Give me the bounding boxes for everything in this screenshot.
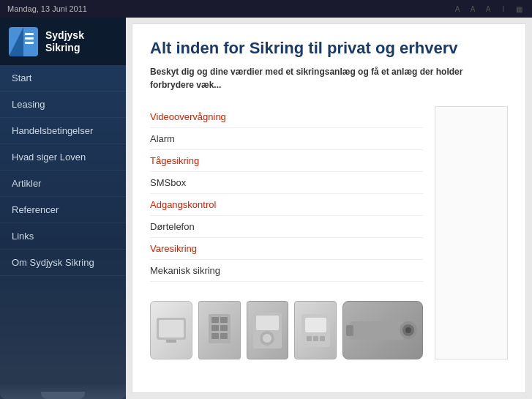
date-display: Mandag, 13 Juni 2011 xyxy=(7,4,87,13)
svg-rect-4 xyxy=(211,317,219,323)
link-videoovervaagning[interactable]: Videoovervågning xyxy=(150,106,423,128)
svg-rect-11 xyxy=(256,316,279,330)
toolbar-btn-1[interactable]: A xyxy=(452,3,463,15)
products-row xyxy=(150,294,423,359)
link-varesikring[interactable]: Varesikring xyxy=(150,238,423,260)
product-image-1 xyxy=(150,301,192,359)
link-adgangskontrol[interactable]: Adgangskontrol xyxy=(150,194,423,216)
product-image-2 xyxy=(198,301,241,359)
toolbar-btn-4[interactable]: I xyxy=(498,3,509,15)
sidebar-item-leasing[interactable]: Leasing xyxy=(0,92,126,118)
main-wrapper: Sydjysk Sikring Start Leasing Handelsbet… xyxy=(0,18,532,399)
page-subtext: Beskyt dig og dine værdier med et sikrin… xyxy=(150,65,508,92)
svg-rect-23 xyxy=(346,325,353,336)
svg-rect-1 xyxy=(159,320,184,338)
content-area: Alt inden for Sikring til privat og erhv… xyxy=(126,18,532,399)
product-image-3 xyxy=(247,301,289,359)
sidebar-item-start[interactable]: Start xyxy=(0,65,126,92)
svg-rect-17 xyxy=(313,336,318,341)
toolbar-btn-2[interactable]: A xyxy=(467,3,479,15)
link-alarm[interactable]: Alarm xyxy=(150,128,423,150)
content-main: Alt inden for Sikring til privat og erhv… xyxy=(132,23,526,393)
link-smsbox[interactable]: SMSbox xyxy=(150,172,423,194)
svg-rect-8 xyxy=(211,333,219,339)
toolbar-btn-3[interactable]: A xyxy=(482,3,494,15)
product-image-4 xyxy=(294,301,337,359)
side-advertisement-box xyxy=(435,106,508,359)
svg-point-13 xyxy=(263,334,271,343)
link-dortelefon[interactable]: Dørtelefon xyxy=(150,216,423,238)
svg-rect-2 xyxy=(166,340,176,343)
svg-rect-6 xyxy=(211,325,219,331)
logo-text: Sydjysk Sikring xyxy=(45,29,117,54)
link-tagesikring[interactable]: Tågesikring xyxy=(150,150,423,172)
svg-rect-7 xyxy=(220,325,228,331)
link-mekanisk-sikring[interactable]: Mekanisk sikring xyxy=(150,260,423,282)
sidebar-item-links[interactable]: Links xyxy=(0,223,126,250)
sidebar-item-referencer[interactable]: Referencer xyxy=(0,197,126,223)
svg-rect-5 xyxy=(220,317,228,323)
page-heading: Alt inden for Sikring til privat og erhv… xyxy=(150,39,508,58)
links-column: Videoovervågning Alarm Tågesikring SMSbo… xyxy=(150,106,423,359)
sidebar-item-artikler[interactable]: Artikler xyxy=(0,171,126,197)
product-image-camera xyxy=(342,301,423,359)
content-layout: Videoovervågning Alarm Tågesikring SMSbo… xyxy=(150,106,508,359)
toolbar-icons: A A A I ▦ xyxy=(452,3,525,15)
sidebar-item-om[interactable]: Om Sydjysk Sikring xyxy=(0,250,126,276)
logo-area: Sydjysk Sikring xyxy=(0,18,126,65)
sidebar-item-handelsbetingelser[interactable]: Handelsbetingelser xyxy=(0,118,126,144)
svg-point-22 xyxy=(405,327,411,333)
toolbar-btn-5[interactable]: ▦ xyxy=(513,3,525,15)
top-bar: Mandag, 13 Juni 2011 A A A I ▦ xyxy=(0,0,532,18)
svg-rect-15 xyxy=(305,318,326,332)
svg-rect-18 xyxy=(320,336,325,341)
svg-rect-9 xyxy=(220,333,228,339)
logo-icon xyxy=(9,27,38,56)
sidebar-item-hvad-siger-loven[interactable]: Hvad siger Loven xyxy=(0,144,126,171)
svg-rect-19 xyxy=(350,321,405,340)
nav-menu: Start Leasing Handelsbetingelser Hvad si… xyxy=(0,65,126,384)
svg-rect-16 xyxy=(307,336,312,341)
sidebar: Sydjysk Sikring Start Leasing Handelsbet… xyxy=(0,18,126,399)
sidebar-bottom-decoration xyxy=(0,384,126,399)
